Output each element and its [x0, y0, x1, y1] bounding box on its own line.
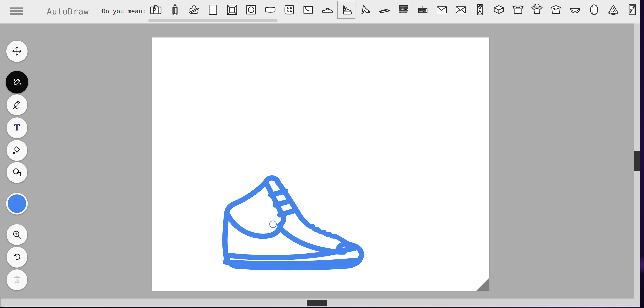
trash-tool-button[interactable] — [6, 270, 27, 290]
envelope-icon[interactable] — [432, 0, 451, 20]
picture-frame-icon[interactable] — [223, 0, 242, 20]
suggestion-strip-scrollbar[interactable] — [148, 19, 278, 22]
keyboard-wired-icon[interactable] — [413, 0, 432, 20]
square-icon[interactable] — [204, 0, 222, 20]
autodraw-tool-button[interactable] — [6, 71, 28, 94]
keyboard-side-icon[interactable] — [375, 0, 394, 20]
high-top-sneaker-icon[interactable] — [337, 0, 356, 20]
draw-icon — [11, 99, 23, 111]
select-tool-button[interactable] — [6, 41, 28, 62]
color-swatch — [8, 194, 26, 213]
trash-icon — [11, 274, 23, 286]
rolling-luggage-icon[interactable] — [165, 0, 184, 20]
app-title: AutoDraw — [47, 0, 89, 24]
draw-tool-button[interactable] — [6, 94, 27, 115]
suitcase-icon[interactable] — [146, 0, 165, 20]
package-box-icon[interactable] — [489, 0, 508, 20]
stray-stroke-circle — [270, 221, 276, 228]
menu-icon[interactable] — [10, 8, 23, 16]
shape-tool-button[interactable] — [6, 162, 27, 183]
envelope-vertical-icon[interactable] — [470, 0, 489, 20]
button-icon[interactable] — [280, 0, 299, 20]
sneaker-drawing — [211, 176, 368, 272]
color-tool-button[interactable] — [6, 193, 28, 214]
autodraw-app: { "app": { "title": "AutoDraw" }, "toolb… — [0, 0, 644, 308]
envelope-open-icon[interactable] — [451, 0, 470, 20]
vertical-scrollbar-thumb[interactable] — [634, 151, 640, 171]
fill-tool-button[interactable] — [6, 140, 27, 161]
canvas-resize-handle[interactable] — [476, 278, 489, 291]
screen-edge-right — [640, 0, 644, 308]
undo-tool-button[interactable] — [6, 247, 27, 268]
top-toolbar: AutoDraw Do you mean: — [0, 0, 640, 24]
horizontal-scrollbar-thumb[interactable] — [307, 300, 327, 306]
high-heel-icon[interactable] — [356, 0, 375, 20]
open-box-icon[interactable] — [508, 0, 527, 20]
keyboard-rows-icon[interactable] — [394, 0, 413, 20]
watermelon-icon[interactable] — [584, 0, 604, 20]
pillow-icon[interactable] — [260, 0, 280, 20]
select-icon — [11, 46, 23, 57]
napkin-icon[interactable] — [299, 0, 318, 20]
certificate-icon[interactable] — [623, 0, 642, 20]
svg-text:T: T — [14, 122, 20, 132]
storage-box-icon[interactable] — [546, 0, 566, 20]
shape-icon — [11, 167, 23, 178]
suggestions-label: Do you mean: — [102, 0, 146, 24]
fill-icon — [11, 144, 23, 156]
duffel-bag-icon[interactable] — [184, 0, 204, 20]
watermelon-slice-icon[interactable] — [604, 0, 622, 20]
undo-icon — [11, 251, 23, 263]
sneaker-icon[interactable] — [318, 0, 337, 20]
screen-edge-bottom — [0, 307, 640, 308]
burst-open-box-icon[interactable] — [528, 0, 546, 20]
type-tool-button[interactable]: T — [6, 118, 27, 138]
circle-frame-icon[interactable] — [242, 0, 260, 20]
zoom-icon — [11, 229, 23, 240]
drawing-canvas[interactable] — [152, 38, 489, 291]
zoom-tool-button[interactable] — [6, 224, 27, 245]
suggestion-strip — [146, 0, 642, 20]
autodraw-icon — [11, 76, 23, 88]
melon-half-icon[interactable] — [566, 0, 584, 20]
type-icon: T — [11, 122, 23, 134]
